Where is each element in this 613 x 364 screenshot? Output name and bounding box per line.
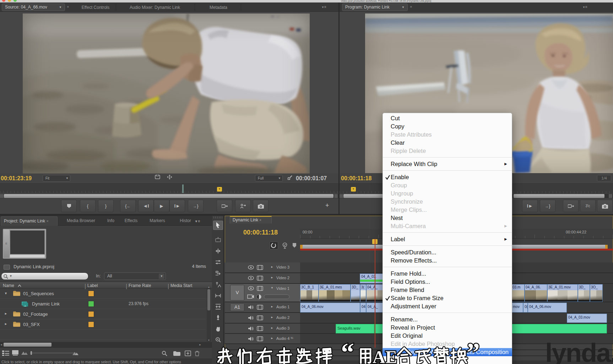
svg-text:E: E — [385, 347, 397, 364]
svg-text:”: ” — [467, 341, 479, 364]
svg-text:“: “ — [341, 341, 354, 364]
svg-text:A: A — [373, 347, 385, 364]
